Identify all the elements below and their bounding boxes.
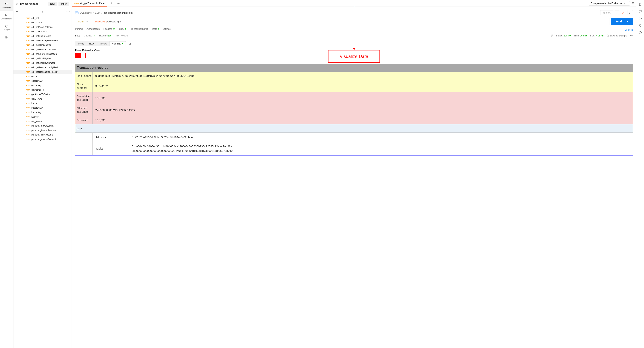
tree-item[interactable]: POSTexportAVAX bbox=[14, 79, 72, 83]
tree-item-label: eth_call bbox=[32, 17, 39, 20]
rail-history[interactable]: History bbox=[0, 22, 13, 33]
tree-item[interactable]: POSTeth_getBalance bbox=[14, 29, 72, 34]
breadcrumb-b[interactable]: EVM bbox=[95, 12, 100, 14]
comments-icon[interactable] bbox=[638, 10, 642, 13]
log-topics-value: 0xba8de60c3403ec381d1d484652ea1980e3c3e5… bbox=[129, 142, 632, 155]
tab-authorization[interactable]: Authorization bbox=[86, 28, 100, 32]
http-icon: HTTP bbox=[75, 12, 78, 14]
tree-item[interactable]: POSTeth_sendRawTransaction bbox=[14, 52, 72, 56]
rail-collections[interactable]: Collections bbox=[0, 0, 13, 11]
tree-item[interactable]: POSTeth_chainId bbox=[14, 20, 72, 25]
log-address-row: Address: 0x72b73fa1569df9ff1ae9b29cd5b16… bbox=[75, 133, 632, 142]
rail-add[interactable] bbox=[0, 33, 13, 41]
table-header: Transaction receipt bbox=[75, 64, 632, 72]
save-as-example-button[interactable]: Save as Example bbox=[606, 34, 627, 37]
tree-item[interactable]: POSTnet_version bbox=[14, 119, 72, 124]
plus-icon[interactable]: ＋ bbox=[15, 10, 18, 14]
tree-item[interactable]: POSTeth_getAssetBalance bbox=[14, 25, 72, 29]
svg-rect-4 bbox=[6, 38, 6, 38]
method-badge: POST bbox=[25, 84, 30, 86]
collection-tree[interactable]: POSTeth_callPOSTeth_chainIdPOSTeth_getAs… bbox=[14, 15, 72, 348]
breadcrumb-a[interactable]: Avalanche bbox=[80, 12, 92, 14]
tree-item-label: importKey bbox=[32, 111, 42, 114]
tree-item[interactable]: POSTexportKey bbox=[14, 83, 72, 88]
tree-item[interactable]: POSTimportKey bbox=[14, 110, 72, 114]
tree-item[interactable]: POSTpersonal_importRawKey bbox=[14, 128, 72, 132]
tree-item[interactable]: POSTeth_signTransaction bbox=[14, 43, 72, 47]
resp-tab-cookies[interactable]: Cookies (3) bbox=[84, 34, 95, 39]
new-button[interactable]: New bbox=[48, 2, 57, 6]
request-tab[interactable]: POST eth_getTransactionRece bbox=[72, 0, 107, 6]
tree-item[interactable]: POSTeth_call bbox=[14, 16, 72, 20]
save-example-label: Save as Example bbox=[610, 34, 627, 37]
more-icon[interactable]: ••• bbox=[66, 10, 70, 13]
tab-settings[interactable]: Settings bbox=[162, 28, 170, 32]
tab-prerequest[interactable]: Pre-request Script bbox=[130, 28, 148, 32]
docs-icon[interactable] bbox=[638, 2, 642, 6]
tree-item[interactable]: POSTgetAtomicTx bbox=[14, 88, 72, 92]
tree-item[interactable]: POSTeth_getTransactionReceipt bbox=[14, 70, 72, 74]
add-tab-button[interactable]: ＋ bbox=[107, 1, 116, 5]
tree-item[interactable]: POSTeth_getBlockByNumber bbox=[14, 61, 72, 65]
info-icon[interactable] bbox=[638, 31, 642, 34]
tree-item[interactable]: POSTgetUTXOs bbox=[14, 97, 72, 101]
method-badge: POST bbox=[25, 44, 30, 46]
method-badge: POST bbox=[25, 31, 30, 32]
tab-params[interactable]: Params bbox=[75, 28, 83, 32]
environment-selector[interactable]: Example-Avalanche-Environme bbox=[589, 1, 630, 6]
svg-point-7 bbox=[632, 3, 633, 4]
tree-item[interactable]: POSTissueTx bbox=[14, 114, 72, 119]
tree-item[interactable]: POSTpersonal_unlockAccount bbox=[14, 137, 72, 142]
tree-item-label: import bbox=[32, 102, 38, 105]
code-icon[interactable] bbox=[638, 17, 642, 20]
tab-title: eth_getTransactionRece bbox=[80, 2, 104, 5]
lightbulb-icon[interactable] bbox=[638, 24, 642, 27]
view-raw[interactable]: Raw bbox=[86, 42, 96, 46]
url-variable: {{baseURL}} bbox=[94, 20, 107, 23]
edit-button[interactable] bbox=[621, 10, 626, 15]
tree-item[interactable]: POSTpersonal_newAccount bbox=[14, 124, 72, 128]
tab-tests[interactable]: Tests bbox=[152, 28, 159, 32]
url-input[interactable]: {{baseURL}}/ext/bc/C/rpc bbox=[92, 18, 609, 25]
cookies-link[interactable]: Cookies bbox=[625, 28, 633, 31]
method-badge: POST bbox=[25, 17, 30, 19]
resp-cookies-label: Cookies bbox=[84, 34, 92, 37]
tree-item[interactable]: POSTeth_getTransactionCount bbox=[14, 47, 72, 52]
tab-headers[interactable]: Headers (9) bbox=[103, 28, 115, 32]
breadcrumb[interactable]: Avalanche/ EVM/ eth_getTransactionReceip… bbox=[80, 12, 132, 14]
more-icon[interactable]: ••• bbox=[630, 34, 633, 37]
view-visualize[interactable]: Visualize bbox=[110, 42, 126, 46]
resp-tab-test-results[interactable]: Test Results bbox=[116, 34, 128, 39]
tree-item[interactable]: POSTpersonal_listAccounts bbox=[14, 132, 72, 137]
user-friendly-toggle[interactable] bbox=[75, 53, 86, 58]
tree-item[interactable]: POSTimport bbox=[14, 101, 72, 106]
save-dropdown-button[interactable] bbox=[615, 10, 619, 15]
annotation-arrow bbox=[354, 0, 354, 50]
tree-item-label: personal_listAccounts bbox=[32, 134, 53, 136]
tab-body[interactable]: Body bbox=[119, 28, 126, 32]
resp-tab-body[interactable]: Body bbox=[75, 34, 80, 39]
method-selector[interactable]: POST bbox=[75, 18, 90, 25]
refresh-icon[interactable] bbox=[128, 42, 132, 45]
comment-button[interactable] bbox=[628, 10, 633, 15]
tab-more-icon[interactable]: ••• bbox=[116, 2, 122, 4]
network-icon[interactable] bbox=[550, 34, 554, 37]
send-button[interactable]: Send bbox=[611, 18, 633, 25]
size-label: Size: bbox=[590, 34, 595, 37]
tree-item[interactable]: POSTimportAVAX bbox=[14, 106, 72, 110]
method-badge: POST bbox=[25, 40, 30, 42]
import-button[interactable]: Import bbox=[58, 2, 69, 6]
environment-quicklook-icon[interactable] bbox=[631, 2, 635, 5]
tree-item[interactable]: POSTeth_getChainConfig bbox=[14, 34, 72, 38]
tree-item[interactable]: POSTexport bbox=[14, 74, 72, 79]
tree-item[interactable]: POSTeth_getTransactionByHash bbox=[14, 65, 72, 70]
filter-icon[interactable] bbox=[41, 10, 44, 13]
save-button[interactable]: Save bbox=[600, 10, 613, 15]
rail-environments[interactable]: Environments bbox=[0, 11, 13, 22]
tree-item[interactable]: POSTgetAtomicTxStatus bbox=[14, 92, 72, 97]
tree-item[interactable]: POSTeth_getBlockByHash bbox=[14, 56, 72, 61]
view-preview[interactable]: Preview bbox=[96, 42, 110, 46]
view-pretty[interactable]: Pretty bbox=[76, 42, 86, 46]
tree-item[interactable]: POSTeth_maxPriorityFeePerGas bbox=[14, 38, 72, 43]
resp-tab-headers[interactable]: Headers (15) bbox=[99, 34, 112, 39]
